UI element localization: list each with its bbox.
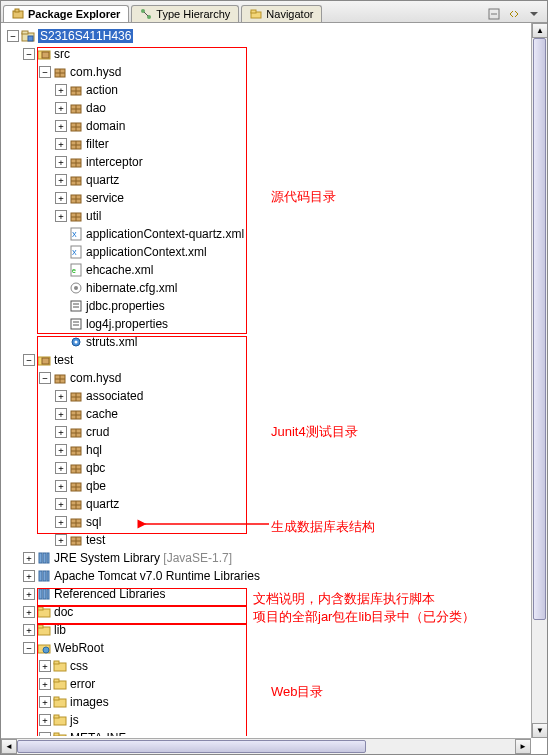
expander-icon[interactable]: − — [23, 354, 35, 366]
expander-icon[interactable]: + — [39, 678, 51, 690]
file-node[interactable]: XapplicationContext-quartz.xml — [7, 225, 545, 243]
library-icon — [37, 569, 51, 583]
project-node[interactable]: − S2316S411H436 — [7, 27, 545, 45]
svg-text:X: X — [72, 231, 77, 238]
annotation-junit: Junit4测试目录 — [271, 423, 358, 441]
scroll-thumb[interactable] — [533, 38, 546, 620]
expander-icon[interactable]: + — [55, 462, 67, 474]
expander-icon[interactable]: + — [55, 390, 67, 402]
package-icon — [69, 173, 83, 187]
expander-icon[interactable]: + — [39, 732, 51, 736]
tab-type-hierarchy[interactable]: Type Hierarchy — [131, 5, 239, 22]
link-editor-button[interactable] — [505, 6, 523, 22]
package-node[interactable]: +interceptor — [7, 153, 545, 171]
scroll-left-button[interactable]: ◄ — [1, 739, 17, 754]
tree-label: hql — [86, 443, 102, 457]
expander-icon[interactable]: − — [39, 66, 51, 78]
expander-icon[interactable]: + — [55, 102, 67, 114]
folder-icon — [37, 605, 51, 619]
folder-icon — [37, 623, 51, 637]
svg-text:X: X — [72, 249, 77, 256]
expander-icon[interactable]: + — [55, 174, 67, 186]
folder-node[interactable]: +META-INF — [7, 729, 545, 736]
package-node[interactable]: +util — [7, 207, 545, 225]
tree-label: JRE System Library [JavaSE-1.7] — [54, 551, 232, 565]
expander-icon[interactable]: + — [55, 534, 67, 546]
folder-node[interactable]: +css — [7, 657, 545, 675]
expander-icon[interactable]: + — [55, 498, 67, 510]
expander-icon[interactable]: + — [55, 138, 67, 150]
package-icon — [69, 191, 83, 205]
package-node[interactable]: +qbc — [7, 459, 545, 477]
tab-package-explorer[interactable]: Package Explorer — [3, 5, 129, 22]
package-node[interactable]: +action — [7, 81, 545, 99]
scroll-right-button[interactable]: ► — [515, 739, 531, 754]
expander-icon[interactable]: + — [55, 120, 67, 132]
tree-label: error — [70, 677, 95, 691]
webroot-folder[interactable]: − WebRoot — [7, 639, 545, 657]
tree-label: applicationContext-quartz.xml — [86, 227, 244, 241]
package-node[interactable]: − com.hysd — [7, 369, 545, 387]
svg-rect-13 — [42, 52, 49, 58]
tree-label: filter — [86, 137, 109, 151]
package-node[interactable]: +quartz — [7, 495, 545, 513]
tree-label: interceptor — [86, 155, 143, 169]
expander-icon[interactable]: + — [55, 192, 67, 204]
expander-icon[interactable]: + — [39, 660, 51, 672]
expander-icon[interactable]: + — [23, 606, 35, 618]
package-icon — [53, 371, 67, 385]
annotation-src: 源代码目录 — [271, 188, 336, 206]
package-node[interactable]: +filter — [7, 135, 545, 153]
expander-icon[interactable]: − — [39, 372, 51, 384]
library-node[interactable]: +JRE System Library [JavaSE-1.7] — [7, 549, 545, 567]
expander-icon[interactable]: + — [55, 408, 67, 420]
view-menu-button[interactable] — [525, 6, 543, 22]
expander-icon[interactable]: + — [55, 444, 67, 456]
folder-label: test — [54, 353, 73, 367]
package-node[interactable]: +cache — [7, 405, 545, 423]
expander-icon[interactable]: − — [23, 642, 35, 654]
expander-icon[interactable]: + — [23, 552, 35, 564]
horizontal-scrollbar[interactable]: ◄ ► — [1, 738, 531, 754]
test-folder[interactable]: − test — [7, 351, 545, 369]
expander-icon[interactable]: + — [55, 210, 67, 222]
expander-icon[interactable]: + — [23, 570, 35, 582]
package-node[interactable]: +domain — [7, 117, 545, 135]
scroll-down-button[interactable]: ▼ — [532, 723, 548, 738]
expander-icon[interactable]: − — [23, 48, 35, 60]
package-node[interactable]: +associated — [7, 387, 545, 405]
tab-navigator[interactable]: Navigator — [241, 5, 322, 22]
expander-icon[interactable]: + — [55, 516, 67, 528]
expander-icon[interactable]: − — [7, 30, 19, 42]
expander-icon[interactable]: + — [55, 480, 67, 492]
scroll-up-button[interactable]: ▲ — [532, 23, 548, 38]
file-node[interactable]: log4j.properties — [7, 315, 545, 333]
expander-icon[interactable]: + — [23, 588, 35, 600]
collapse-all-button[interactable] — [485, 6, 503, 22]
package-node[interactable]: +qbe — [7, 477, 545, 495]
tree-label: META-INF — [70, 731, 126, 736]
tree-label: qbe — [86, 479, 106, 493]
library-node[interactable]: +Apache Tomcat v7.0 Runtime Libraries — [7, 567, 545, 585]
folder-node[interactable]: +js — [7, 711, 545, 729]
file-node[interactable]: eehcache.xml — [7, 261, 545, 279]
expander-icon[interactable]: + — [39, 696, 51, 708]
file-node[interactable]: XapplicationContext.xml — [7, 243, 545, 261]
package-node[interactable]: +hql — [7, 441, 545, 459]
project-label[interactable]: S2316S411H436 — [38, 29, 133, 43]
expander-icon[interactable]: + — [55, 156, 67, 168]
file-node[interactable]: hibernate.cfg.xml — [7, 279, 545, 297]
expander-icon[interactable]: + — [39, 714, 51, 726]
vertical-scrollbar[interactable]: ▲ ▼ — [531, 23, 547, 738]
expander-icon[interactable]: + — [55, 426, 67, 438]
src-folder[interactable]: − src — [7, 45, 545, 63]
scroll-thumb[interactable] — [17, 740, 366, 753]
package-icon — [69, 389, 83, 403]
expander-icon[interactable]: + — [55, 84, 67, 96]
expander-icon[interactable]: + — [23, 624, 35, 636]
file-node[interactable]: struts.xml — [7, 333, 545, 351]
package-node[interactable]: − com.hysd — [7, 63, 545, 81]
package-node[interactable]: +quartz — [7, 171, 545, 189]
file-node[interactable]: jdbc.properties — [7, 297, 545, 315]
package-node[interactable]: +dao — [7, 99, 545, 117]
